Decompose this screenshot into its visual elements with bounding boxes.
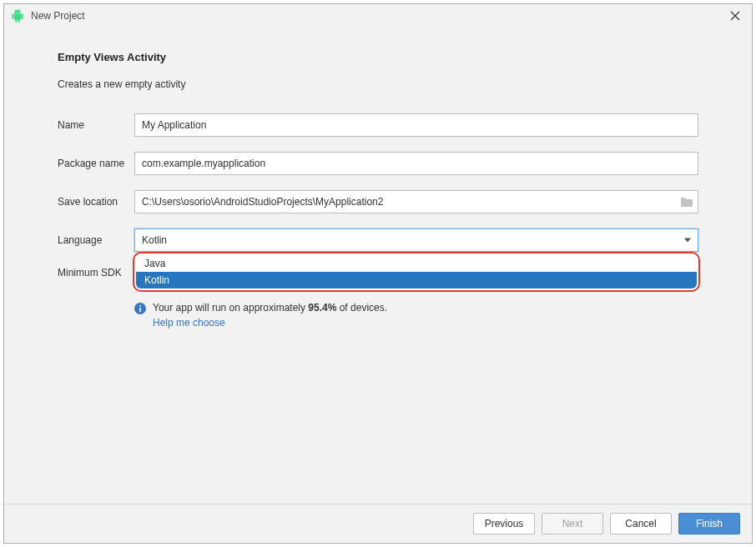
- language-dropdown: Java Kotlin: [133, 252, 700, 292]
- next-button: Next: [542, 513, 603, 534]
- language-label: Language: [58, 234, 134, 246]
- titlebar: New Project: [4, 4, 752, 28]
- cancel-button[interactable]: Cancel: [610, 513, 672, 534]
- close-icon: [730, 11, 740, 21]
- previous-button[interactable]: Previous: [473, 513, 535, 534]
- language-combobox[interactable]: Kotlin: [134, 228, 698, 252]
- package-input[interactable]: [134, 152, 698, 175]
- language-option-kotlin[interactable]: Kotlin: [136, 272, 697, 289]
- name-label: Name: [58, 119, 134, 131]
- dialog-content: Empty Views Activity Creates a new empty…: [4, 28, 752, 504]
- chevron-down-icon: [684, 238, 691, 243]
- svg-rect-2: [139, 305, 141, 307]
- package-label: Package name: [58, 158, 134, 169]
- android-icon: [11, 9, 24, 23]
- close-button[interactable]: [725, 6, 745, 26]
- template-title: Empty Views Activity: [58, 51, 698, 63]
- device-coverage-info: Your app will run on approximately 95.4%…: [134, 302, 698, 329]
- language-row: Language Kotlin Java Kotlin: [58, 228, 698, 252]
- location-input[interactable]: [134, 190, 698, 213]
- coverage-percent: 95.4%: [308, 302, 336, 314]
- name-row: Name: [58, 113, 698, 137]
- language-option-java[interactable]: Java: [136, 255, 697, 272]
- min-sdk-label: Minimum SDK: [58, 267, 134, 279]
- location-label: Save location: [58, 196, 134, 208]
- finish-button[interactable]: Finish: [678, 513, 740, 534]
- help-me-choose-link[interactable]: Help me choose: [153, 317, 225, 329]
- location-row: Save location: [58, 190, 698, 213]
- new-project-dialog: New Project Empty Views Activity Creates…: [3, 3, 753, 544]
- coverage-text: Your app will run on approximately 95.4%…: [153, 302, 387, 314]
- package-row: Package name: [58, 152, 698, 175]
- template-description: Creates a new empty activity: [58, 78, 698, 90]
- window-title: New Project: [31, 10, 725, 22]
- name-input[interactable]: [134, 113, 698, 137]
- language-selected-value: Kotlin: [142, 234, 167, 246]
- svg-rect-1: [139, 308, 141, 312]
- folder-browse-icon[interactable]: [680, 196, 693, 208]
- dialog-footer: Previous Next Cancel Finish: [4, 504, 752, 543]
- info-icon: [134, 303, 146, 314]
